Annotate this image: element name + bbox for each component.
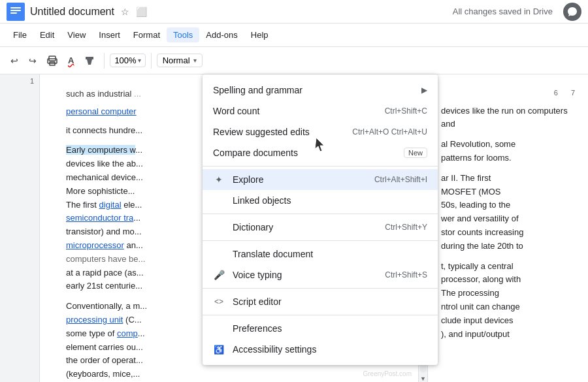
preferences-label: Preferences [233,323,427,334]
menu-section-4: Translate document 🎤 Voice typing Ctrl+S… [203,241,438,289]
menu-addons[interactable]: Add-ons [199,27,244,42]
review-edits-label: Review suggested edits [213,127,352,137]
star-icon[interactable]: ☆ [120,5,131,18]
script-icon: <> [213,297,225,306]
style-arrow-icon: ▾ [193,57,197,64]
microphone-icon: 🎤 [213,270,225,280]
svg-rect-0 [7,3,25,21]
menu-insert[interactable]: Insert [92,27,127,42]
zoom-arrow-icon: ▾ [138,57,141,64]
toolbar-separator-2 [151,53,152,69]
accessibility-icon: ♿ [213,345,225,355]
left-margin: 1 [0,74,39,382]
menu-bar: File Edit View Insert Format Tools Add-o… [0,24,588,47]
spelling-grammar-arrow: ▶ [421,86,427,95]
page-number-left: 1 [0,74,39,85]
explore-icon: ✦ [213,174,225,185]
page-num-6: 6 [554,88,558,99]
review-edits-shortcut: Ctrl+Alt+O Ctrl+Alt+U [352,127,427,136]
undo-button[interactable]: ↩ [7,53,22,69]
spelling-grammar-label: Spelling and grammar [213,85,416,95]
tools-dropdown-menu[interactable]: Spelling and grammar ▶ Word count Ctrl+S… [203,74,438,365]
doc-right-page: 6 7 devices like the run on computers an… [427,74,588,382]
docs-logo-icon [7,3,25,21]
document-title[interactable]: Untitled document [30,6,114,18]
page-num-7: 7 [571,88,575,99]
redo-button[interactable]: ↪ [25,53,41,69]
saved-status: All changes saved in Drive [453,7,553,16]
translate-label: Translate document [233,249,427,259]
translate-item[interactable]: Translate document [203,244,438,264]
right-para-4: t, typically a central processor, along … [441,260,575,342]
scroll-down-arrow[interactable]: ▼ [420,375,426,382]
menu-section-6: Preferences ♿ Accessibility settings [203,315,438,362]
menu-format[interactable]: Format [127,27,167,42]
svg-rect-2 [10,10,21,11]
right-para-2: al Revolution, some patterns for looms. [441,138,575,165]
spellcheck-button[interactable]: A [64,53,78,68]
menu-view[interactable]: View [61,27,92,42]
script-editor-item[interactable]: <> Script editor [203,291,438,312]
svg-rect-1 [10,7,21,8]
dictionary-item[interactable]: Dictionary Ctrl+Shift+Y [203,217,438,238]
menu-help[interactable]: Help [244,27,275,42]
compare-docs-item[interactable]: Compare documents New [203,142,438,163]
toolbar-separator-1 [104,53,105,69]
voice-typing-item[interactable]: 🎤 Voice typing Ctrl+Shift+S [203,264,438,285]
title-action-icons: ☆ ⬜ [120,5,148,18]
menu-file[interactable]: File [7,27,33,42]
menu-section-2: ✦ Explore Ctrl+Alt+Shift+I Linked object… [203,167,438,214]
right-para-1: devices like the run on computers and [441,104,575,132]
print-button[interactable] [43,53,61,69]
folder-icon[interactable]: ⬜ [135,5,148,18]
word-count-item[interactable]: Word count Ctrl+Shift+C [203,101,438,121]
word-count-label: Word count [213,106,385,116]
right-para-3: ar II. The first MOSFET (MOS 50s, leadin… [441,172,575,253]
word-count-shortcut: Ctrl+Shift+C [385,106,427,116]
menu-section-3: Dictionary Ctrl+Shift+Y [203,214,438,241]
preferences-item[interactable]: Preferences [203,318,438,339]
page-numbers-right: 6 7 [441,88,575,99]
title-bar: Untitled document ☆ ⬜ All changes saved … [0,0,588,24]
linked-objects-item[interactable]: Linked objects [203,190,438,211]
accessibility-label: Accessibility settings [233,344,427,355]
menu-section-5: <> Script editor [203,289,438,315]
explore-shortcut: Ctrl+Alt+Shift+I [374,175,427,184]
dictionary-shortcut: Ctrl+Shift+Y [385,223,427,232]
explore-item[interactable]: ✦ Explore Ctrl+Alt+Shift+I [203,169,438,190]
voice-typing-shortcut: Ctrl+Shift+S [385,270,427,279]
watermark: GreenyPost.com [363,369,412,379]
menu-edit[interactable]: Edit [33,27,61,42]
new-badge: New [404,148,427,158]
accessibility-item[interactable]: ♿ Accessibility settings [203,339,438,360]
voice-typing-label: Voice typing [233,270,385,280]
zoom-control[interactable]: 100% ▾ [110,54,145,67]
chat-icon[interactable] [563,3,581,21]
compare-docs-label: Compare documents [213,148,399,158]
menu-tools[interactable]: Tools [167,27,199,42]
script-editor-label: Script editor [233,296,427,307]
style-selector[interactable]: Normal ▾ [157,54,203,67]
dictionary-label: Dictionary [233,222,385,232]
paintformat-button[interactable] [80,53,99,69]
linked-objects-label: Linked objects [233,195,427,206]
explore-label: Explore [233,174,374,185]
spelling-grammar-item[interactable]: Spelling and grammar ▶ [203,80,438,101]
style-value: Normal [163,56,190,65]
menu-section-1: Spelling and grammar ▶ Word count Ctrl+S… [203,77,438,167]
review-edits-item[interactable]: Review suggested edits Ctrl+Alt+O Ctrl+A… [203,121,438,142]
zoom-value: 100% [114,56,136,65]
svg-rect-3 [10,12,17,14]
toolbar: ↩ ↪ A 100% ▾ Normal ▾ [0,47,588,74]
